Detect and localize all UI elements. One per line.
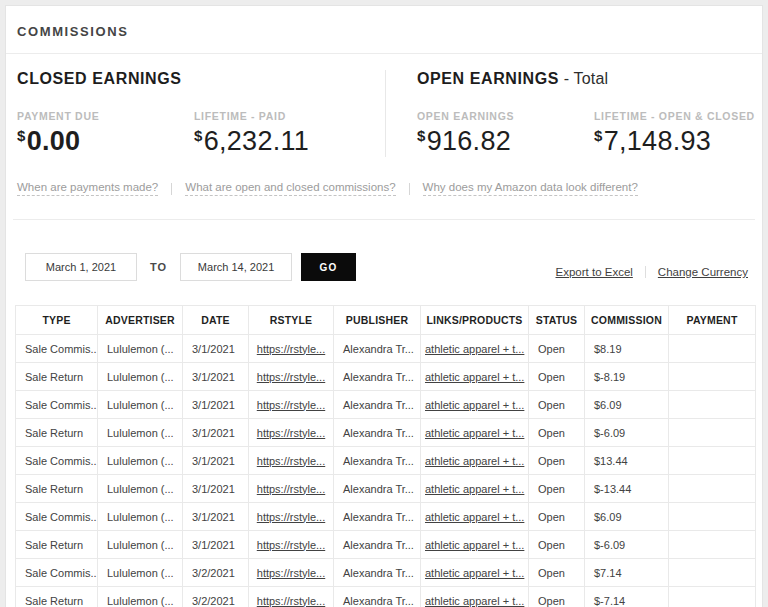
cell-type: Sale Commis... bbox=[16, 335, 98, 363]
lifetime-open-closed-value: $7,148.93 bbox=[594, 126, 763, 157]
links-products-link[interactable]: athletic apparel + t... bbox=[425, 371, 524, 383]
currency-symbol: $ bbox=[17, 127, 26, 144]
cell-publisher: Alexandra Tr... bbox=[334, 363, 421, 391]
closed-earnings-section: CLOSED EARNINGS PAYMENT DUE $0.00 LIFETI… bbox=[6, 70, 385, 157]
cell-status: Open bbox=[529, 363, 585, 391]
rstyle-link[interactable]: https://rstyle... bbox=[257, 539, 325, 551]
table-row[interactable]: Sale Commis... Lululemon (... 3/2/2021 h… bbox=[16, 559, 756, 587]
column-header: STATUS bbox=[529, 306, 585, 335]
cell-payment bbox=[669, 475, 756, 503]
end-date-input[interactable] bbox=[180, 253, 292, 281]
links-products-link[interactable]: athletic apparel + t... bbox=[425, 511, 524, 523]
start-date-input[interactable] bbox=[25, 253, 137, 281]
links-products-link[interactable]: athletic apparel + t... bbox=[425, 427, 524, 439]
cell-rstyle: https://rstyle... bbox=[249, 391, 334, 419]
links-products-link[interactable]: athletic apparel + t... bbox=[425, 455, 524, 467]
cell-advertiser: Lululemon (... bbox=[98, 391, 183, 419]
cell-type: Sale Return bbox=[16, 531, 98, 559]
cell-commission: $-6.09 bbox=[585, 419, 669, 447]
cell-commission: $6.09 bbox=[585, 503, 669, 531]
cell-links-products: athletic apparel + t... bbox=[421, 419, 529, 447]
table-row[interactable]: Sale Commis... Lululemon (... 3/1/2021 h… bbox=[16, 503, 756, 531]
cell-links-products: athletic apparel + t... bbox=[421, 363, 529, 391]
commissions-table: TYPEADVERTISERDATERSTYLEPUBLISHERLINKS/P… bbox=[15, 305, 756, 607]
table-row[interactable]: Sale Commis... Lululemon (... 3/1/2021 h… bbox=[16, 391, 756, 419]
filter-actions: Export to Excel Change Currency bbox=[556, 256, 748, 278]
cell-status: Open bbox=[529, 587, 585, 607]
cell-links-products: athletic apparel + t... bbox=[421, 475, 529, 503]
cell-rstyle: https://rstyle... bbox=[249, 503, 334, 531]
cell-status: Open bbox=[529, 447, 585, 475]
cell-rstyle: https://rstyle... bbox=[249, 587, 334, 607]
open-earnings-label: OPEN EARNINGS bbox=[417, 110, 594, 122]
cell-status: Open bbox=[529, 335, 585, 363]
links-products-link[interactable]: athletic apparel + t... bbox=[425, 343, 524, 355]
rstyle-link[interactable]: https://rstyle... bbox=[257, 343, 325, 355]
cell-date: 3/1/2021 bbox=[183, 503, 249, 531]
cell-type: Sale Commis... bbox=[16, 503, 98, 531]
cell-publisher: Alexandra Tr... bbox=[334, 447, 421, 475]
cell-links-products: athletic apparel + t... bbox=[421, 447, 529, 475]
cell-rstyle: https://rstyle... bbox=[249, 419, 334, 447]
rstyle-link[interactable]: https://rstyle... bbox=[257, 399, 325, 411]
cell-payment bbox=[669, 391, 756, 419]
cell-payment bbox=[669, 363, 756, 391]
table-row[interactable]: Sale Return Lululemon (... 3/1/2021 http… bbox=[16, 475, 756, 503]
rstyle-link[interactable]: https://rstyle... bbox=[257, 511, 325, 523]
help-link-open-closed[interactable]: What are open and closed commissions? bbox=[185, 181, 395, 196]
lifetime-open-closed-label: LIFETIME - OPEN & CLOSED bbox=[594, 110, 763, 122]
cell-publisher: Alexandra Tr... bbox=[334, 531, 421, 559]
open-earnings-title-suffix: - Total bbox=[559, 70, 608, 87]
cell-commission: $-6.09 bbox=[585, 531, 669, 559]
table-row[interactable]: Sale Return Lululemon (... 3/1/2021 http… bbox=[16, 531, 756, 559]
rstyle-link[interactable]: https://rstyle... bbox=[257, 567, 325, 579]
table-body: Sale Commis... Lululemon (... 3/1/2021 h… bbox=[16, 335, 756, 607]
links-products-link[interactable]: athletic apparel + t... bbox=[425, 595, 524, 607]
change-currency-link[interactable]: Change Currency bbox=[658, 266, 748, 278]
cell-rstyle: https://rstyle... bbox=[249, 363, 334, 391]
cell-rstyle: https://rstyle... bbox=[249, 335, 334, 363]
cell-advertiser: Lululemon (... bbox=[98, 475, 183, 503]
links-products-link[interactable]: athletic apparel + t... bbox=[425, 399, 524, 411]
page-header: COMMISSIONS bbox=[6, 6, 762, 54]
cell-date: 3/1/2021 bbox=[183, 419, 249, 447]
cell-links-products: athletic apparel + t... bbox=[421, 503, 529, 531]
cell-date: 3/1/2021 bbox=[183, 531, 249, 559]
cell-advertiser: Lululemon (... bbox=[98, 335, 183, 363]
table-row[interactable]: Sale Commis... Lululemon (... 3/1/2021 h… bbox=[16, 447, 756, 475]
export-to-excel-link[interactable]: Export to Excel bbox=[556, 266, 633, 278]
column-header: LINKS/PRODUCTS bbox=[421, 306, 529, 335]
table-header-row: TYPEADVERTISERDATERSTYLEPUBLISHERLINKS/P… bbox=[16, 306, 756, 335]
cell-publisher: Alexandra Tr... bbox=[334, 391, 421, 419]
commissions-page: COMMISSIONS CLOSED EARNINGS PAYMENT DUE … bbox=[5, 5, 763, 607]
cell-publisher: Alexandra Tr... bbox=[334, 335, 421, 363]
rstyle-link[interactable]: https://rstyle... bbox=[257, 455, 325, 467]
table-row[interactable]: Sale Return Lululemon (... 3/2/2021 http… bbox=[16, 587, 756, 607]
rstyle-link[interactable]: https://rstyle... bbox=[257, 371, 325, 383]
cell-commission: $8.19 bbox=[585, 335, 669, 363]
cell-advertiser: Lululemon (... bbox=[98, 363, 183, 391]
table-row[interactable]: Sale Commis... Lululemon (... 3/1/2021 h… bbox=[16, 335, 756, 363]
help-link-payments[interactable]: When are payments made? bbox=[17, 181, 158, 196]
rstyle-link[interactable]: https://rstyle... bbox=[257, 595, 325, 607]
cell-rstyle: https://rstyle... bbox=[249, 447, 334, 475]
go-button[interactable]: GO bbox=[301, 253, 356, 281]
cell-rstyle: https://rstyle... bbox=[249, 531, 334, 559]
cell-date: 3/2/2021 bbox=[183, 587, 249, 607]
help-link-amazon[interactable]: Why does my Amazon data look different? bbox=[423, 181, 638, 196]
separator bbox=[645, 266, 646, 278]
cell-links-products: athletic apparel + t... bbox=[421, 531, 529, 559]
payment-due-value: $0.00 bbox=[17, 126, 194, 157]
cell-commission: $-13.44 bbox=[585, 475, 669, 503]
rstyle-link[interactable]: https://rstyle... bbox=[257, 483, 325, 495]
links-products-link[interactable]: athletic apparel + t... bbox=[425, 539, 524, 551]
links-products-link[interactable]: athletic apparel + t... bbox=[425, 483, 524, 495]
table-row[interactable]: Sale Return Lululemon (... 3/1/2021 http… bbox=[16, 363, 756, 391]
cell-date: 3/1/2021 bbox=[183, 363, 249, 391]
table-row[interactable]: Sale Return Lululemon (... 3/1/2021 http… bbox=[16, 419, 756, 447]
column-header: DATE bbox=[183, 306, 249, 335]
cell-date: 3/1/2021 bbox=[183, 391, 249, 419]
column-header: RSTYLE bbox=[249, 306, 334, 335]
rstyle-link[interactable]: https://rstyle... bbox=[257, 427, 325, 439]
links-products-link[interactable]: athletic apparel + t... bbox=[425, 567, 524, 579]
